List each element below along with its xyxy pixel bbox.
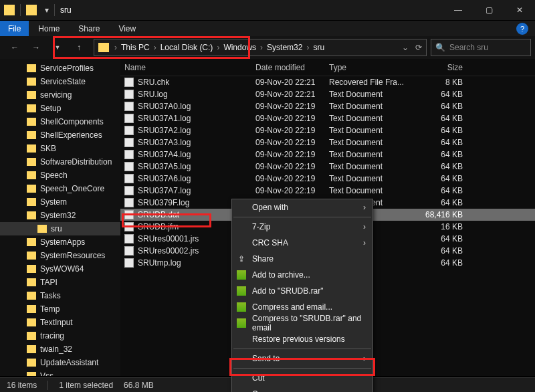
tree-item-label: SKB — [40, 144, 56, 153]
tree-item[interactable]: servicing — [0, 88, 120, 102]
folder-icon — [27, 144, 36, 153]
tree-item[interactable]: SKB — [0, 142, 120, 155]
tree-item[interactable]: SysWOW64 — [0, 262, 120, 276]
folder-icon — [27, 238, 36, 246]
share-tab[interactable]: Share — [69, 21, 109, 36]
column-date[interactable]: Date modified — [255, 63, 329, 72]
tree-item[interactable]: ServiceState — [0, 75, 120, 88]
file-size: 8 KB — [416, 78, 476, 87]
help-button[interactable]: ? — [516, 23, 528, 35]
context-menu-item[interactable]: Open with — [232, 199, 372, 215]
file-row[interactable]: SRU037A5.log09-Nov-20 22:19Text Document… — [120, 161, 535, 173]
file-row[interactable]: SRU037A6.log09-Nov-20 22:19Text Document… — [120, 173, 535, 185]
back-button[interactable]: ← — [7, 39, 23, 56]
tree-item[interactable]: tracing — [0, 329, 120, 342]
tree-item-label: SysWOW64 — [40, 264, 84, 274]
context-menu-item[interactable]: Add to "SRUDB.rar" — [232, 283, 372, 299]
tree-item[interactable]: SystemResources — [0, 249, 120, 262]
refresh-button[interactable]: ⟳ — [415, 43, 422, 52]
tree-item[interactable]: Setup — [0, 102, 120, 115]
file-row[interactable]: SRU037A2.log09-Nov-20 22:19Text Document… — [120, 124, 535, 136]
maximize-button[interactable]: ▢ — [473, 0, 504, 20]
file-row[interactable]: SRU037A7.log09-Nov-20 22:19Text Document… — [120, 185, 535, 197]
chevron-right-icon[interactable]: › — [260, 43, 263, 52]
tree-item[interactable]: TextInput — [0, 316, 120, 329]
context-menu-item[interactable]: ⇪Share — [232, 251, 372, 267]
chevron-right-icon[interactable]: › — [217, 43, 219, 52]
folder-icon — [27, 198, 36, 206]
close-button[interactable]: ✕ — [504, 0, 535, 20]
home-tab[interactable]: Home — [29, 21, 69, 36]
view-tab[interactable]: View — [109, 21, 145, 36]
tree-item[interactable]: ShellComponents — [0, 115, 120, 128]
file-size: 64 KB — [416, 174, 476, 183]
chevron-right-icon[interactable]: › — [114, 43, 117, 52]
column-headers[interactable]: Name Date modified Type Size — [120, 59, 535, 76]
context-menu-item[interactable]: Send to — [232, 351, 372, 367]
file-row[interactable]: SRU037A1.log09-Nov-20 22:19Text Document… — [120, 112, 535, 124]
folder-icon — [27, 91, 36, 99]
context-menu-item[interactable]: Add to archive... — [232, 267, 372, 283]
tree-item[interactable]: ShellExperiences — [0, 128, 120, 142]
file-row[interactable]: SRU.log09-Nov-20 22:21Text Document64 KB — [120, 88, 535, 100]
tree-item[interactable]: Speech — [0, 169, 120, 182]
context-menu-item[interactable]: Copy — [232, 386, 372, 392]
context-menu-item[interactable]: Compress and email... — [232, 299, 372, 315]
tree-item[interactable]: SystemApps — [0, 235, 120, 249]
file-row[interactable]: SRU037A0.log09-Nov-20 22:19Text Document… — [120, 100, 535, 112]
tree-item[interactable]: ServiceProfiles — [0, 62, 120, 75]
search-input[interactable]: 🔍 Search sru — [431, 39, 531, 56]
file-name: SRU037A2.log — [138, 126, 191, 135]
tree-item-label: Temp — [40, 304, 60, 314]
tree-item[interactable]: sru — [0, 222, 120, 235]
column-size[interactable]: Size — [416, 63, 476, 72]
file-row[interactable]: SRU037A4.log09-Nov-20 22:19Text Document… — [120, 149, 535, 161]
breadcrumb-segment[interactable]: Local Disk (C:) — [160, 43, 213, 52]
context-menu[interactable]: Open with7-ZipCRC SHA⇪ShareAdd to archiv… — [231, 199, 373, 392]
tree-item[interactable]: Speech_OneCore — [0, 182, 120, 195]
navigation-tree[interactable]: ServiceProfilesServiceStateservicingSetu… — [0, 59, 120, 376]
context-menu-item[interactable]: CRC SHA — [232, 235, 372, 251]
file-menu[interactable]: File — [0, 21, 29, 36]
breadcrumb-segment[interactable]: System32 — [267, 43, 302, 52]
context-menu-item[interactable]: Restore previous versions — [232, 331, 372, 347]
tree-item-label: ShellComponents — [40, 117, 104, 126]
chevron-right-icon[interactable]: › — [306, 43, 309, 52]
file-icon — [124, 246, 134, 256]
tree-item-label: twain_32 — [40, 345, 72, 354]
tree-item[interactable]: System32 — [0, 209, 120, 222]
tree-item[interactable]: TAPI — [0, 276, 120, 289]
address-dropdown[interactable]: ⌄ — [402, 43, 409, 52]
separator — [20, 4, 21, 16]
breadcrumb-segment[interactable]: This PC — [121, 43, 150, 52]
column-type[interactable]: Type — [329, 63, 416, 72]
column-name[interactable]: Name — [124, 63, 255, 72]
file-date: 09-Nov-20 22:19 — [255, 126, 329, 135]
forward-button[interactable]: → — [28, 39, 44, 56]
address-bar[interactable]: › This PC › Local Disk (C:) › Windows › … — [94, 39, 427, 56]
tree-item[interactable]: twain_32 — [0, 342, 120, 356]
tree-item[interactable]: Temp — [0, 302, 120, 316]
breadcrumb-segment[interactable]: sru — [313, 43, 324, 52]
file-row[interactable]: SRU037A3.log09-Nov-20 22:19Text Document… — [120, 136, 535, 149]
up-button[interactable]: ↑ — [71, 39, 87, 56]
tree-item[interactable]: Vss — [0, 369, 120, 376]
context-menu-item[interactable]: 7-Zip — [232, 219, 372, 235]
breadcrumb-segment[interactable]: Windows — [223, 43, 256, 52]
minimize-button[interactable]: — — [443, 0, 473, 20]
tree-item[interactable]: System — [0, 195, 120, 209]
file-row[interactable]: SRU.chk09-Nov-20 22:21Recovered File Fra… — [120, 76, 535, 88]
folder-icon — [26, 5, 37, 15]
tree-item[interactable]: Tasks — [0, 289, 120, 302]
chevron-right-icon[interactable]: › — [154, 43, 156, 52]
file-size: 64 KB — [416, 162, 476, 171]
quick-access-dropdown[interactable]: ▾ — [45, 5, 49, 15]
context-menu-item[interactable]: Compress to "SRUDB.rar" and email — [232, 315, 372, 331]
file-size: 64 KB — [416, 114, 476, 123]
recent-dropdown[interactable]: ▼ — [49, 39, 66, 56]
file-size: 64 KB — [416, 126, 476, 135]
context-menu-item[interactable]: Cut — [232, 370, 372, 386]
tree-item[interactable]: SoftwareDistribution — [0, 155, 120, 169]
file-type: Text Document — [329, 126, 416, 135]
tree-item[interactable]: UpdateAssistant — [0, 356, 120, 369]
